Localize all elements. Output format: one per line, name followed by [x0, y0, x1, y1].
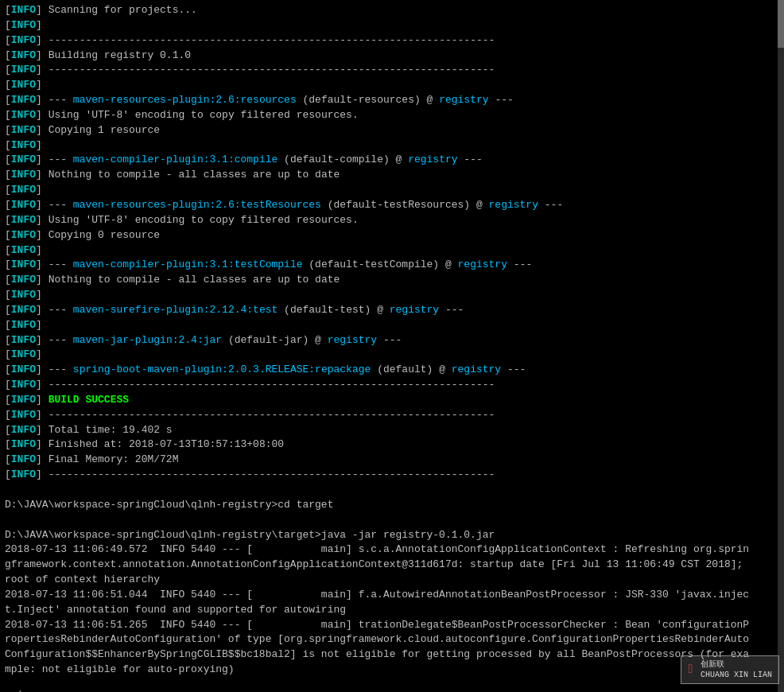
- line-log1c: root of context hierarchy: [5, 573, 774, 588]
- spring-logo-line1: . ____ _ __ _ _: [5, 682, 774, 692]
- line-blank-2: [INFO]: [5, 78, 774, 93]
- line-building: [INFO] Building registry 0.1.0: [5, 49, 774, 64]
- line-plugin-resources: [INFO] --- maven-resources-plugin:2.6:re…: [5, 93, 774, 108]
- line-blank-5: [INFO]: [5, 243, 774, 259]
- spring-logo-section: . ____ _ __ _ _ /\\ / ___'_ __ _ _(_)_ _…: [5, 682, 774, 692]
- watermark:  创新联 CHUANG XIN LIAN: [681, 655, 779, 684]
- line-build-success: [INFO] BUILD SUCCESS: [5, 393, 774, 408]
- scrollbar-thumb[interactable]: [778, 0, 784, 48]
- line-sep-4: [INFO] ---------------------------------…: [5, 408, 774, 423]
- line-utf8-2: [INFO] Using 'UTF-8' encoding to copy fi…: [5, 213, 774, 228]
- line-blank-cmd: [5, 483, 774, 498]
- watermark-text: 创新联 CHUANG XIN LIAN: [701, 659, 772, 680]
- line-plugin-surefire: [INFO] --- maven-surefire-plugin:2.12.4:…: [5, 303, 774, 318]
- line-copy-1: [INFO] Copying 1 resource: [5, 123, 774, 138]
- line-blank-4: [INFO]: [5, 183, 774, 198]
- line-plugin-spring-boot: [INFO] --- spring-boot-maven-plugin:2.0.…: [5, 363, 774, 378]
- line-log3d: mple: not eligible for auto-proxying): [5, 663, 774, 678]
- line-sep-3: [INFO] ---------------------------------…: [5, 378, 774, 393]
- watermark-icon: : [688, 663, 696, 677]
- line-sep-2: [INFO] ---------------------------------…: [5, 63, 774, 78]
- line-log1b: gframework.context.annotation.Annotation…: [5, 558, 774, 573]
- line-utf8-1: [INFO] Using 'UTF-8' encoding to copy fi…: [5, 108, 774, 123]
- line-blank-1: [INFO]: [5, 18, 774, 33]
- line-sep-1: [INFO] ---------------------------------…: [5, 33, 774, 49]
- line-blank-7: [INFO]: [5, 318, 774, 333]
- line-nothing-compile: [INFO] Nothing to compile - all classes …: [5, 168, 774, 183]
- terminal: [INFO] Scanning for projects... [INFO] […: [0, 0, 779, 692]
- line-blank-cmd2: [5, 513, 774, 528]
- line-log1: 2018-07-13 11:06:49.572 INFO 5440 --- [ …: [5, 542, 774, 558]
- line-log3b: ropertiesRebinderAutoConfiguration' of t…: [5, 632, 774, 647]
- line-finished-at: [INFO] Finished at: 2018-07-13T10:57:13+…: [5, 437, 774, 453]
- line-log2b: t.Inject' annotation found and supported…: [5, 603, 774, 618]
- line-plugin-test-resources: [INFO] --- maven-resources-plugin:2.6:te…: [5, 198, 774, 213]
- line-final-memory: [INFO] Final Memory: 20M/72M: [5, 453, 774, 468]
- line-cmd2: D:\JAVA\workspace-springCloud\qlnh-regis…: [5, 528, 774, 543]
- line-log3c: Configuration$$EnhancerBySpringCGLIB$$bc…: [5, 647, 774, 663]
- line-plugin-jar: [INFO] --- maven-jar-plugin:2.4:jar (def…: [5, 333, 774, 348]
- line-log3: 2018-07-13 11:06:51.265 INFO 5440 --- [ …: [5, 618, 774, 633]
- scrollbar[interactable]: [778, 0, 784, 692]
- line-nothing-compile-2: [INFO] Nothing to compile - all classes …: [5, 273, 774, 288]
- line-cmd1: D:\JAVA\workspace-springCloud\qlnh-regis…: [5, 498, 774, 513]
- line-scanning: [INFO] Scanning for projects...: [5, 3, 774, 18]
- line-log2: 2018-07-13 11:06:51.044 INFO 5440 --- [ …: [5, 588, 774, 603]
- line-total-time: [INFO] Total time: 19.402 s: [5, 423, 774, 438]
- line-blank-8: [INFO]: [5, 348, 774, 363]
- line-sep-5: [INFO] ---------------------------------…: [5, 468, 774, 483]
- line-blank-6: [INFO]: [5, 288, 774, 303]
- line-plugin-compiler: [INFO] --- maven-compiler-plugin:3.1:com…: [5, 153, 774, 168]
- line-copy-0: [INFO] Copying 0 resource: [5, 228, 774, 243]
- line-plugin-test-compile: [INFO] --- maven-compiler-plugin:3.1:tes…: [5, 258, 774, 273]
- line-blank-3: [INFO]: [5, 138, 774, 154]
